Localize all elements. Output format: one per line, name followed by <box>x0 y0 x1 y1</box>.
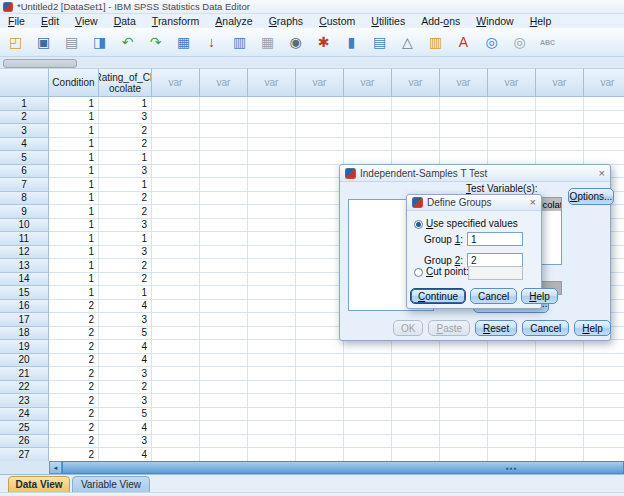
cell-empty[interactable] <box>344 367 392 381</box>
menu-help[interactable]: Help <box>522 15 560 28</box>
cell-empty[interactable] <box>392 381 440 395</box>
cell-condition[interactable]: 1 <box>49 273 99 287</box>
cell-empty[interactable] <box>536 124 584 138</box>
cell-empty[interactable] <box>392 111 440 125</box>
cell-empty[interactable] <box>200 111 248 125</box>
cell-empty[interactable] <box>200 313 248 327</box>
cell-empty[interactable] <box>440 340 488 354</box>
cell-rating[interactable]: 2 <box>99 124 152 138</box>
cell-empty[interactable] <box>248 448 296 461</box>
cell-empty[interactable] <box>152 192 200 206</box>
close-icon[interactable]: × <box>530 197 536 208</box>
cell-empty[interactable] <box>296 327 344 341</box>
cell-empty[interactable] <box>440 448 488 461</box>
row-header[interactable]: 18 <box>0 327 49 341</box>
menu-data[interactable]: Data <box>106 15 144 28</box>
column-header-var[interactable]: var <box>440 68 488 97</box>
menu-utilities[interactable]: Utilities <box>363 15 413 28</box>
cell-empty[interactable] <box>392 448 440 461</box>
define-groups-titlebar[interactable]: Define Groups × <box>407 195 541 211</box>
cell-rating[interactable]: 3 <box>99 313 152 327</box>
cut-point-radio[interactable] <box>414 268 423 277</box>
cell-empty[interactable] <box>536 381 584 395</box>
cell-empty[interactable] <box>488 367 536 381</box>
cell-empty[interactable] <box>536 408 584 422</box>
row-header[interactable]: 20 <box>0 354 49 368</box>
cell-empty[interactable] <box>296 340 344 354</box>
save-icon[interactable]: ▣ <box>33 31 54 53</box>
cell-empty[interactable] <box>200 165 248 179</box>
cell-empty[interactable] <box>200 192 248 206</box>
cell-empty[interactable] <box>296 367 344 381</box>
cell-empty[interactable] <box>440 394 488 408</box>
cell-empty[interactable] <box>152 435 200 449</box>
menu-edit[interactable]: Edit <box>33 15 67 28</box>
cell-empty[interactable] <box>440 408 488 422</box>
cell-empty[interactable] <box>200 205 248 219</box>
row-header[interactable]: 27 <box>0 448 49 461</box>
cell-rating[interactable]: 1 <box>99 232 152 246</box>
cell-empty[interactable] <box>584 421 624 435</box>
cell-condition[interactable]: 1 <box>49 111 99 125</box>
cell-empty[interactable] <box>488 448 536 461</box>
cell-empty[interactable] <box>248 111 296 125</box>
cell-empty[interactable] <box>536 111 584 125</box>
cell-condition[interactable]: 1 <box>49 178 99 192</box>
options-button[interactable]: Options... <box>568 188 614 205</box>
cell-empty[interactable] <box>296 219 344 233</box>
cell-empty[interactable] <box>296 273 344 287</box>
row-header[interactable]: 21 <box>0 367 49 381</box>
print-icon[interactable]: ▤ <box>61 31 82 53</box>
cell-empty[interactable] <box>296 313 344 327</box>
column-header-condition[interactable]: Condition <box>49 68 99 97</box>
cell-empty[interactable] <box>344 97 392 111</box>
cell-empty[interactable] <box>296 408 344 422</box>
column-header-var[interactable]: var <box>488 68 536 97</box>
cell-empty[interactable] <box>152 273 200 287</box>
cell-empty[interactable] <box>248 408 296 422</box>
cell-rating[interactable]: 4 <box>99 300 152 314</box>
cell-empty[interactable] <box>200 354 248 368</box>
insert-cases-icon[interactable]: ✱ <box>313 31 334 53</box>
variables-icon[interactable]: ▥ <box>229 31 250 53</box>
cell-rating[interactable]: 4 <box>99 421 152 435</box>
cell-empty[interactable] <box>488 381 536 395</box>
cell-empty[interactable] <box>248 205 296 219</box>
column-header-var[interactable]: var <box>392 68 440 97</box>
menu-addons[interactable]: Add-ons <box>413 15 468 28</box>
cell-empty[interactable] <box>392 394 440 408</box>
cell-empty[interactable] <box>200 124 248 138</box>
cell-empty[interactable] <box>584 124 624 138</box>
close-icon[interactable]: × <box>599 168 605 179</box>
cell-empty[interactable] <box>488 435 536 449</box>
cell-empty[interactable] <box>248 354 296 368</box>
tab-data-view[interactable]: Data View <box>8 476 70 493</box>
cell-condition[interactable]: 2 <box>49 408 99 422</box>
cell-rating[interactable]: 3 <box>99 246 152 260</box>
goto-case-icon[interactable]: ▦ <box>173 31 194 53</box>
cell-condition[interactable]: 2 <box>49 435 99 449</box>
cell-empty[interactable] <box>440 138 488 152</box>
cell-empty[interactable] <box>392 408 440 422</box>
cell-empty[interactable] <box>344 124 392 138</box>
cell-empty[interactable] <box>440 421 488 435</box>
cell-empty[interactable] <box>248 219 296 233</box>
cell-empty[interactable] <box>296 394 344 408</box>
cell-empty[interactable] <box>248 286 296 300</box>
cell-rating[interactable]: 4 <box>99 448 152 461</box>
column-header-var[interactable]: var <box>344 68 392 97</box>
cell-empty[interactable] <box>392 421 440 435</box>
cell-empty[interactable] <box>296 421 344 435</box>
dialog-recall-icon[interactable]: ◨ <box>89 31 110 53</box>
cell-empty[interactable] <box>152 178 200 192</box>
cell-empty[interactable] <box>152 300 200 314</box>
cell-condition[interactable]: 1 <box>49 165 99 179</box>
cell-empty[interactable] <box>584 367 624 381</box>
cell-empty[interactable] <box>488 394 536 408</box>
scrollbar-left-arrow-icon[interactable]: ◄ <box>49 461 62 474</box>
cell-empty[interactable] <box>536 421 584 435</box>
cell-empty[interactable] <box>200 381 248 395</box>
row-header[interactable]: 24 <box>0 408 49 422</box>
cell-empty[interactable] <box>392 435 440 449</box>
scrollbar-thumb[interactable]: ▪▪▪ <box>62 461 624 474</box>
